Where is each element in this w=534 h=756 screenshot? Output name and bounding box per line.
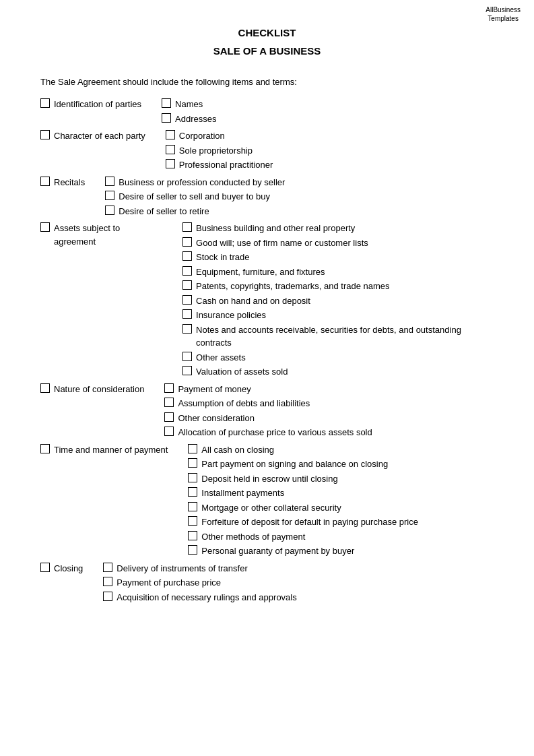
main-checklist: Identification of partiesNamesAddressesC…: [40, 98, 494, 605]
checkbox-character-1[interactable]: [166, 145, 175, 154]
checkbox-character-2[interactable]: [166, 159, 175, 168]
list-item: Notes and accounts receivable, securitie…: [162, 323, 494, 350]
list-item-text: Insurance policies: [196, 309, 266, 322]
section-assets: Assets subject to agreementBusiness buil…: [40, 222, 494, 380]
list-item-text: Personal guaranty of payment by buyer: [201, 544, 354, 558]
section-recitals: RecitalsBusiness or profession conducted…: [40, 176, 494, 220]
checkbox-assets-1[interactable]: [182, 237, 192, 247]
list-item: Payment of money: [144, 383, 372, 396]
checkbox-payment-5[interactable]: [188, 516, 197, 526]
list-item-text: Payment of money: [178, 383, 251, 396]
checkbox-assets-8[interactable]: [182, 352, 192, 361]
checkbox-recitals-2[interactable]: [105, 206, 114, 215]
checkbox-assets-7[interactable]: [182, 324, 192, 334]
list-item-text: Delivery of instruments of transfer: [116, 562, 247, 575]
list-item: Other methods of payment: [168, 530, 418, 544]
list-item-text: Sole proprietorship: [179, 144, 253, 158]
checkbox-payment-3[interactable]: [188, 487, 197, 497]
list-item: Professional practitioner: [145, 158, 273, 172]
list-item: Desire of seller to sell and buyer to bu…: [85, 190, 285, 203]
checkbox-closing-2[interactable]: [103, 592, 112, 601]
list-item: Assumption of debts and liabilities: [144, 397, 372, 410]
list-item: Payment of purchase price: [83, 576, 296, 590]
list-item: Addresses: [141, 113, 216, 126]
list-item-text: Mortgage or other collateral security: [201, 501, 341, 515]
sub-items-assets: Business building and other real propert…: [162, 222, 494, 380]
checkbox-consideration-3[interactable]: [164, 427, 174, 436]
list-item-text: Payment of purchase price: [116, 576, 221, 590]
checkbox-assets-5[interactable]: [182, 295, 192, 305]
checkbox-consideration-1[interactable]: [164, 398, 174, 407]
section-character: Character of each partyCorporationSole p…: [40, 129, 494, 173]
checkbox-assets-6[interactable]: [182, 309, 192, 319]
checkbox-consideration-2[interactable]: [164, 412, 174, 422]
list-item: Corporation: [145, 129, 273, 143]
checkbox-assets-4[interactable]: [182, 280, 192, 290]
list-item-text: Business building and other real propert…: [196, 222, 355, 235]
checkbox-assets-2[interactable]: [182, 251, 192, 261]
list-item: Acquisition of necessary rulings and app…: [83, 591, 296, 604]
list-item: Other consideration: [144, 412, 372, 425]
checkbox-consideration-0[interactable]: [164, 383, 174, 393]
intro-text: The Sale Agreement should include the fo…: [40, 77, 494, 87]
checkbox-payment-1[interactable]: [188, 458, 197, 468]
list-item-text: Addresses: [175, 113, 216, 126]
list-item: Desire of seller to retire: [85, 205, 285, 218]
checkbox-character-0[interactable]: [166, 130, 175, 139]
list-item: Part payment on signing and balance on c…: [168, 458, 418, 471]
section-label-identification: Identification of parties: [54, 98, 141, 111]
sub-items-character: CorporationSole proprietorshipProfession…: [145, 129, 273, 173]
sub-items-payment: All cash on closingPart payment on signi…: [168, 443, 418, 559]
list-item-text: Deposit held in escrow until closing: [201, 472, 337, 486]
section-header-recitals: Recitals: [40, 176, 85, 189]
checkbox-closing[interactable]: [40, 563, 50, 572]
sub-items-identification: NamesAddresses: [141, 98, 216, 127]
checkbox-recitals-0[interactable]: [105, 177, 114, 186]
checkbox-assets-3[interactable]: [182, 266, 192, 276]
checkbox-closing-0[interactable]: [103, 563, 112, 572]
checkbox-assets[interactable]: [40, 222, 50, 232]
section-label-character: Character of each party: [54, 129, 145, 143]
sub-items-recitals: Business or profession conducted by sell…: [85, 176, 285, 220]
list-item-text: Desire of seller to sell and buyer to bu…: [119, 190, 270, 203]
checkbox-consideration[interactable]: [40, 383, 50, 393]
checkbox-payment-4[interactable]: [188, 502, 197, 511]
section-closing: ClosingDelivery of instruments of transf…: [40, 562, 494, 606]
list-item-text: Assumption of debts and liabilities: [178, 397, 310, 410]
checkbox-payment[interactable]: [40, 444, 50, 453]
list-item-text: Part payment on signing and balance on c…: [201, 458, 388, 471]
section-label-closing: Closing: [54, 562, 83, 575]
section-header-closing: Closing: [40, 562, 83, 575]
list-item: All cash on closing: [168, 443, 418, 457]
list-item-text: Good will; use of firm name or customer …: [196, 237, 368, 250]
list-item-text: Other assets: [196, 351, 246, 365]
checkbox-payment-2[interactable]: [188, 473, 197, 482]
list-item-text: Acquisition of necessary rulings and app…: [116, 591, 296, 604]
list-item-text: Valuation of assets sold: [196, 365, 288, 379]
section-consideration: Nature of considerationPayment of moneyA…: [40, 383, 494, 441]
list-item-text: Professional practitioner: [179, 158, 273, 172]
section-label-consideration: Nature of consideration: [54, 383, 144, 396]
title-sale: SALE OF A BUSINESS: [40, 45, 494, 57]
list-item-text: All cash on closing: [201, 443, 274, 457]
section-identification: Identification of partiesNamesAddresses: [40, 98, 494, 127]
section-header-identification: Identification of parties: [40, 98, 141, 111]
checkbox-identification[interactable]: [40, 98, 50, 108]
list-item: Stock in trade: [162, 251, 494, 264]
checkbox-recitals[interactable]: [40, 177, 50, 186]
section-payment: Time and manner of paymentAll cash on cl…: [40, 443, 494, 559]
list-item-text: Installment payments: [201, 486, 284, 500]
list-item: Delivery of instruments of transfer: [83, 562, 296, 575]
checkbox-identification-0[interactable]: [162, 98, 171, 108]
checkbox-payment-6[interactable]: [188, 531, 197, 540]
checkbox-payment-0[interactable]: [188, 444, 197, 453]
checkbox-recitals-1[interactable]: [105, 191, 114, 200]
checkbox-payment-7[interactable]: [188, 545, 197, 555]
checkbox-character[interactable]: [40, 130, 50, 139]
list-item: Insurance policies: [162, 309, 494, 322]
checkbox-assets-9[interactable]: [182, 366, 192, 375]
list-item: Allocation of purchase price to various …: [144, 426, 372, 439]
checkbox-assets-0[interactable]: [182, 222, 192, 232]
checkbox-identification-1[interactable]: [162, 113, 171, 123]
checkbox-closing-1[interactable]: [103, 577, 112, 586]
